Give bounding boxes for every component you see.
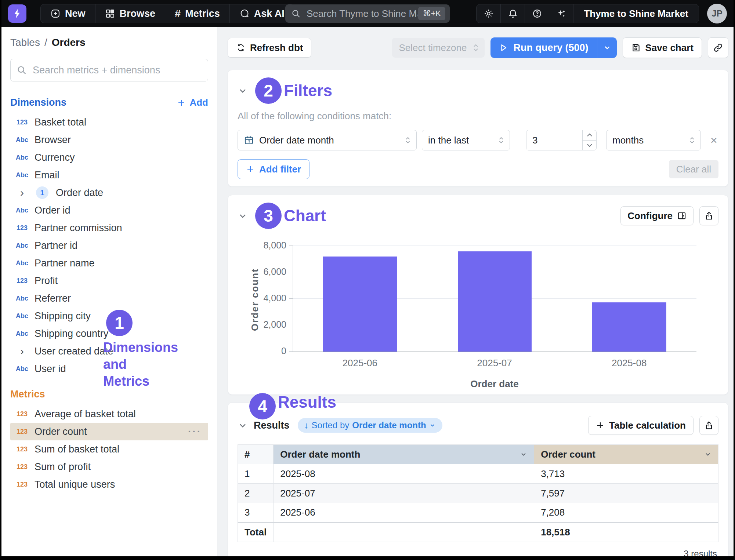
bar[interactable] (592, 302, 666, 352)
nav-ask-ai-button[interactable]: Ask AI (230, 4, 294, 23)
metric-item[interactable]: 123Sum of profit (10, 458, 208, 476)
dimension-item[interactable]: AbcPartner name (10, 254, 208, 272)
filter-rule-row: Order date month in the last (238, 130, 718, 150)
dimension-item[interactable]: 123Profit (10, 272, 208, 290)
collapse-chart-icon[interactable] (238, 211, 248, 221)
dimension-label: Shipping city (35, 310, 91, 322)
dimension-label: User created date (35, 346, 113, 357)
export-chart-button[interactable] (699, 206, 718, 225)
filter-unit-select[interactable]: months (606, 130, 701, 150)
table-calculation-button[interactable]: Table calculation (588, 416, 694, 435)
dimension-item-order-date[interactable]: › 1 Order date (10, 184, 208, 201)
dimension-item[interactable]: AbcEmail (10, 166, 208, 184)
dimension-item-user-created-date[interactable]: › User created date (10, 342, 208, 360)
plus-square-icon (50, 8, 61, 19)
more-options-icon[interactable]: ··· (188, 426, 202, 437)
ai-assistant-button[interactable] (549, 4, 573, 23)
dimension-item[interactable]: 123Basket total (10, 113, 208, 131)
fields-search-input[interactable] (32, 64, 202, 76)
collapse-filters-icon[interactable] (238, 86, 248, 96)
chevron-down-icon (429, 422, 436, 429)
dimension-item[interactable]: AbcOrder id (10, 201, 208, 219)
run-query-options-button[interactable] (597, 37, 617, 58)
app-logo[interactable] (8, 4, 26, 23)
number-type-icon: 123 (15, 119, 29, 126)
chevron-right-icon[interactable]: › (15, 187, 29, 198)
plus-icon (246, 165, 255, 174)
navbar-right: Thyme to Shine Market JP (476, 4, 727, 23)
export-results-button[interactable] (699, 416, 718, 435)
metric-item[interactable]: 123Sum of basket total (10, 440, 208, 458)
bar[interactable] (323, 257, 397, 352)
dimension-item[interactable]: AbcPartner id (10, 237, 208, 254)
breadcrumb-tables-link[interactable]: Tables (10, 37, 40, 48)
fields-search[interactable] (10, 59, 208, 81)
table-row[interactable]: 1 2025-08 3,713 (238, 464, 718, 484)
run-query-button[interactable]: Run query (500) (490, 37, 597, 58)
string-type-icon: Abc (15, 259, 29, 267)
filter-operator-select[interactable]: in the last (422, 130, 510, 150)
nav-browse-button[interactable]: Browse (95, 4, 166, 23)
metric-item-order-count[interactable]: 123 Order count ··· (10, 423, 208, 440)
dimension-item[interactable]: AbcCurrency (10, 149, 208, 166)
chevron-down-icon[interactable] (520, 451, 527, 458)
string-type-icon: Abc (15, 330, 29, 338)
add-filter-button[interactable]: Add filter (238, 159, 309, 179)
nav-metrics-button[interactable]: # Metrics (165, 4, 230, 23)
stepper-up-icon[interactable] (583, 130, 596, 141)
nav-browse-label: Browse (120, 8, 156, 19)
dimension-item[interactable]: AbcShipping city (10, 307, 208, 325)
help-button[interactable] (525, 4, 549, 23)
filter-value-field[interactable] (526, 130, 582, 150)
chevron-right-icon[interactable]: › (15, 346, 29, 357)
sorted-by-pill[interactable]: ↓ Sorted by Order date month (298, 418, 442, 433)
column-header-order-date-month[interactable]: Order date month (274, 445, 534, 464)
dimension-item[interactable]: AbcShipping country (10, 325, 208, 342)
dimension-item[interactable]: AbcUser id (10, 360, 208, 378)
global-search[interactable]: ⌘+K (285, 4, 450, 23)
dimension-label: Partner name (35, 258, 95, 269)
add-dimension-button[interactable]: Add (177, 97, 208, 108)
filter-operator-value: in the last (428, 135, 469, 146)
metric-item[interactable]: 123Total unique users (10, 476, 208, 493)
clear-all-button[interactable]: Clear all (669, 160, 718, 178)
nav-ask-ai-label: Ask AI (254, 8, 285, 19)
avatar[interactable]: JP (707, 4, 727, 23)
save-chart-button[interactable]: Save chart (623, 37, 702, 58)
dimension-item[interactable]: AbcBrowser (10, 131, 208, 149)
nav-new-button[interactable]: New (41, 4, 95, 23)
share-link-button[interactable] (708, 37, 728, 58)
column-header-order-count[interactable]: Order count (534, 445, 718, 464)
table-row[interactable]: 2 2025-07 7,597 (238, 484, 718, 503)
metric-label: Sum of profit (35, 461, 91, 473)
dimension-item[interactable]: 123Partner commission (10, 219, 208, 237)
settings-button[interactable] (477, 4, 501, 23)
breadcrumb-separator: / (44, 37, 47, 48)
keyboard-shortcut-badge: ⌘+K (418, 7, 445, 20)
filter-field-select[interactable]: Order date month (238, 130, 417, 150)
metric-label: Order count (35, 426, 87, 437)
notifications-button[interactable] (501, 4, 525, 23)
string-type-icon: Abc (15, 242, 29, 250)
metric-label: Sum of basket total (35, 444, 119, 455)
refresh-dbt-button[interactable]: Refresh dbt (228, 38, 311, 58)
table-row[interactable]: 3 2025-06 7,208 (238, 503, 718, 523)
bar-slot (562, 246, 696, 352)
remove-filter-icon[interactable]: × (710, 134, 717, 146)
avatar-initials: JP (712, 8, 722, 19)
dimension-item[interactable]: AbcReferrer (10, 290, 208, 307)
stepper-down-icon[interactable] (583, 141, 596, 150)
metrics-list: 123Average of basket total 123 Order cou… (10, 405, 208, 493)
dimension-label: Currency (35, 152, 75, 163)
number-type-icon: 123 (15, 428, 29, 436)
metric-label: Total unique users (35, 479, 115, 490)
timezone-select[interactable]: Select timezone (392, 38, 485, 58)
chevron-down-icon[interactable] (704, 451, 712, 458)
configure-chart-button[interactable]: Configure (620, 206, 694, 225)
column-header-index: # (238, 445, 274, 464)
bar[interactable] (458, 251, 532, 352)
metric-item[interactable]: 123Average of basket total (10, 405, 208, 423)
global-search-input[interactable] (306, 8, 418, 20)
collapse-results-icon[interactable] (238, 420, 248, 430)
org-switcher[interactable]: Thyme to Shine Market (573, 4, 699, 23)
